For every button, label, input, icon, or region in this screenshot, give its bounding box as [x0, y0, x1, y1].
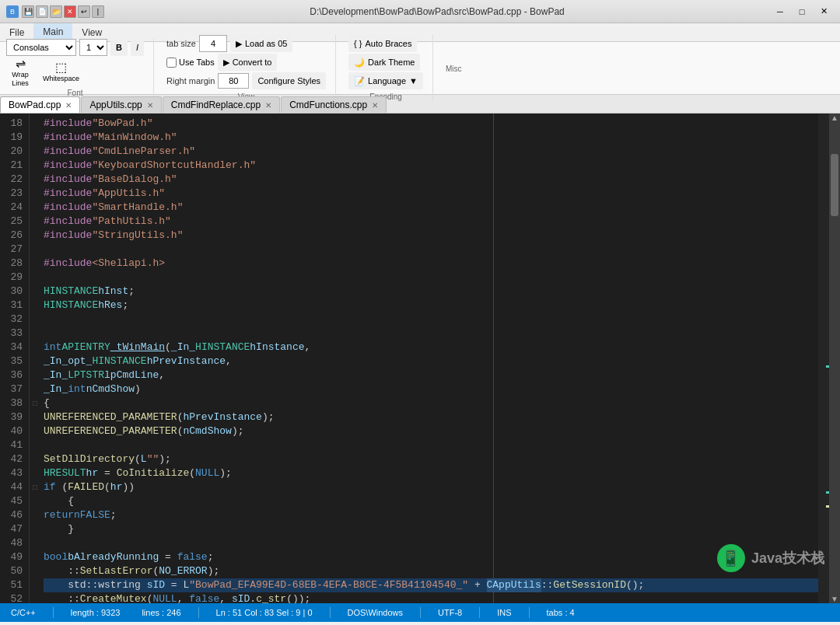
status-sep-2: [198, 607, 199, 618]
ribbon-font-controls: Consolas 10 B I: [6, 39, 144, 56]
close-button[interactable]: ✕: [814, 4, 834, 19]
italic-button[interactable]: I: [131, 39, 144, 56]
load-as-label: Load as 05: [245, 39, 287, 48]
ribbon-enc-row2: 🌙 Dark Theme: [348, 54, 420, 71]
bold-button[interactable]: B: [110, 39, 128, 56]
code-line-49: bool bAlreadyRunning = false;: [44, 550, 818, 564]
scroll-up-btn[interactable]: ▲: [831, 113, 838, 123]
code-line-36: _In_ LPTSTR lpCmdLine,: [44, 368, 818, 382]
code-line-21: #include "KeyboardShortcutHandler.h": [44, 159, 818, 173]
right-margin-label: Right margin: [166, 76, 215, 86]
status-encoding: UTF-8: [433, 608, 467, 617]
status-tabs: tabs : 4: [542, 608, 579, 617]
code-content[interactable]: #include "BowPad.h" #include "MainWindow…: [40, 113, 818, 603]
tab-bowpad-cpp-close[interactable]: ✕: [65, 101, 72, 110]
code-line-50: ::SetLastError(NO_ERROR);: [44, 564, 818, 578]
load-as-button[interactable]: ▶ Load as 05: [230, 35, 292, 52]
code-line-48: [44, 536, 818, 550]
tool-open[interactable]: 📂: [50, 5, 62, 18]
code-line-29: [44, 271, 818, 285]
tool-new[interactable]: 📄: [36, 5, 48, 18]
tab-apputils-cpp[interactable]: AppUtils.cpp ✕: [81, 96, 161, 113]
font-size-dropdown[interactable]: 10: [79, 39, 107, 56]
code-line-19: #include "MainWindow.h": [44, 131, 818, 145]
code-line-20: #include "CmdLineParser.h": [44, 145, 818, 159]
tab-apputils-cpp-close[interactable]: ✕: [147, 101, 153, 110]
configure-styles-button[interactable]: Configure Styles: [252, 72, 326, 89]
app-icon: B: [6, 5, 19, 18]
fold-38[interactable]: □: [30, 396, 40, 410]
watermark-icon: 📱: [717, 544, 745, 572]
tab-cmdfunctions-cpp-close[interactable]: ✕: [372, 101, 378, 110]
whitespace-button[interactable]: ⬚ Whitespace: [37, 58, 85, 86]
misc-group-label: Misc: [446, 65, 462, 73]
scroll-down-btn[interactable]: ▼: [831, 595, 838, 603]
tab-size-label: tab size: [166, 39, 196, 48]
window-controls: ─ □ ✕: [770, 4, 834, 19]
code-line-22: #include "BaseDialog.h": [44, 173, 818, 187]
code-line-51: std::wstring sID = L"BowPad_EFA99E4D-68E…: [44, 578, 818, 592]
status-sep-1: [53, 607, 54, 618]
auto-braces-button[interactable]: { } Auto Braces: [348, 35, 417, 52]
code-line-44: if (FAILED(hr)): [44, 480, 818, 494]
code-line-30: HINSTANCE hInst;: [44, 285, 818, 299]
tab-cmdfunctions-cpp[interactable]: CmdFunctions.cpp ✕: [281, 96, 387, 113]
convert-to-button[interactable]: ▶ Convert to: [218, 54, 278, 71]
code-line-32: [44, 312, 818, 326]
status-eol: DOS\Windows: [343, 608, 408, 617]
tab-bowpad-cpp[interactable]: BowPad.cpp ✕: [0, 96, 80, 113]
use-tabs-checkbox-label[interactable]: Use Tabs: [166, 58, 215, 68]
scrollbar-vertical[interactable]: ▲ ▼: [829, 113, 840, 603]
code-line-47: }: [44, 522, 818, 536]
code-line-41: [44, 438, 818, 452]
watermark: 📱 Java技术栈: [717, 544, 824, 572]
tool-undo[interactable]: ↩: [78, 5, 90, 18]
ribbon-view-group: tab size ▶ Load as 05 Use Tabs ▶ Convert…: [166, 35, 336, 101]
fold-gutter: □ □ □: [30, 113, 40, 603]
window-title: D:\Development\BowPad\BowPad\src\BowPad.…: [104, 6, 770, 17]
code-line-34: int APIENTRY _tWinMain(_In_ HINSTANCE hI…: [44, 340, 818, 354]
tab-bowpad-cpp-label: BowPad.cpp: [9, 100, 61, 110]
code-editor[interactable]: #include "BowPad.h" #include "MainWindow…: [40, 113, 840, 603]
status-sep-4: [420, 607, 421, 618]
font-dropdown[interactable]: Consolas: [6, 39, 76, 56]
titlebar-tools: 💾 📄 📂 ✕ ↩ |: [22, 5, 104, 18]
ribbon-misc-group: Misc: [446, 63, 471, 73]
ribbon-view-row2: Use Tabs ▶ Convert to: [166, 54, 277, 71]
right-marker-2: [826, 491, 829, 494]
wrap-lines-button[interactable]: ⇌ WrapLines: [6, 58, 34, 86]
right-gutter: [818, 113, 829, 603]
ribbon-font-group: Consolas 10 B I ⇌ WrapLines ⬚ Whitespace…: [6, 39, 154, 97]
line-numbers: 1819202122 2324252627 2829303132 3334353…: [0, 113, 30, 603]
tab-cmdfindreplace-cpp-label: CmdFindReplace.cpp: [171, 100, 261, 110]
lang-icon: 📝: [354, 76, 365, 86]
tool-save[interactable]: 💾: [22, 5, 34, 18]
minimize-button[interactable]: ─: [770, 4, 790, 19]
ribbon-wrap-controls: ⇌ WrapLines ⬚ Whitespace: [6, 58, 85, 86]
scrollbar-thumb[interactable]: [831, 154, 838, 216]
ribbon-view-row1: tab size ▶ Load as 05: [166, 35, 292, 52]
right-margin-input[interactable]: [218, 73, 249, 89]
tab-apputils-cpp-label: AppUtils.cpp: [89, 100, 142, 110]
fold-45[interactable]: □: [30, 480, 40, 494]
code-line-31: HINSTANCE hRes;: [44, 299, 818, 312]
maximize-button[interactable]: □: [792, 4, 812, 19]
code-line-27: [44, 243, 818, 257]
code-line-38: {: [44, 396, 818, 410]
code-line-18: #include "BowPad.h": [44, 117, 818, 131]
code-line-52: ::CreateMutex(NULL, false, sID.c_str());: [44, 592, 818, 603]
code-line-33: [44, 326, 818, 340]
tool-sep: |: [92, 5, 104, 18]
tab-cmdfindreplace-cpp[interactable]: CmdFindReplace.cpp ✕: [163, 96, 280, 113]
code-line-26: #include "StringUtils.h": [44, 229, 818, 243]
ribbon-enc-row1: { } Auto Braces: [348, 35, 417, 52]
tab-cmdfindreplace-cpp-close[interactable]: ✕: [265, 101, 271, 110]
tab-size-input[interactable]: [199, 35, 227, 52]
tool-close[interactable]: ✕: [64, 5, 76, 18]
status-sep-3: [330, 607, 331, 618]
language-button[interactable]: 📝 Language ▼: [348, 72, 423, 89]
ribbon-view-row3: Right margin Configure Styles: [166, 72, 326, 89]
use-tabs-checkbox[interactable]: [166, 58, 177, 68]
dark-theme-button[interactable]: 🌙 Dark Theme: [348, 54, 420, 71]
code-line-40: UNREFERENCED_PARAMETER(nCmdShow);: [44, 424, 818, 438]
